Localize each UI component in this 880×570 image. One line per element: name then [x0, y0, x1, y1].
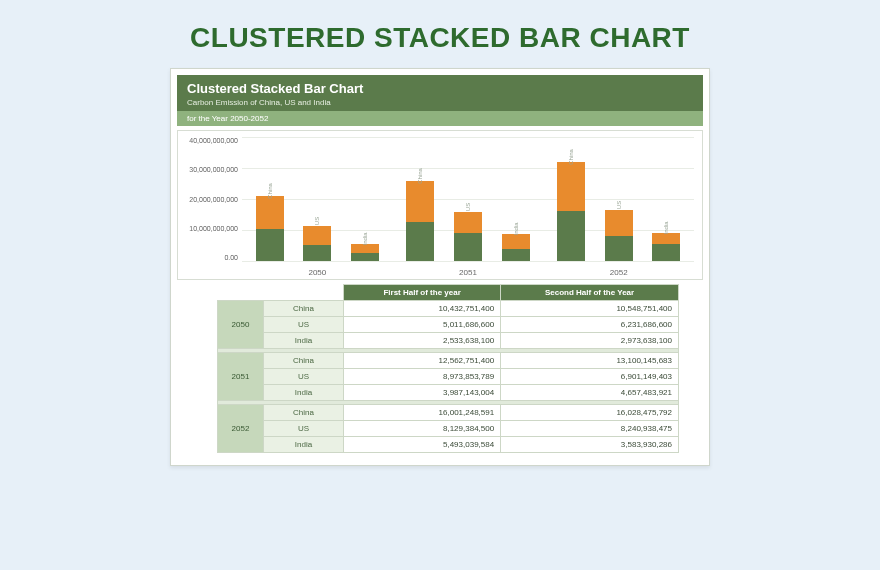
value-h2: 3,583,930,286 [501, 437, 679, 453]
x-tick: 2050 [242, 268, 393, 277]
bar-segment-h1 [351, 253, 379, 261]
table-row: India3,987,143,0044,657,483,921 [218, 385, 679, 401]
value-h1: 8,973,853,789 [344, 369, 501, 385]
country-cell: US [264, 421, 344, 437]
y-tick: 10,000,000,000 [182, 225, 238, 232]
bar-segment-h1 [605, 236, 633, 261]
value-h2: 8,240,938,475 [501, 421, 679, 437]
bar-segment-h2 [256, 196, 284, 229]
bar-label: US [616, 201, 622, 209]
bar-group-2051: ChinaUSIndia [393, 137, 544, 261]
bar-segment-h1 [406, 222, 434, 261]
value-h2: 10,548,751,400 [501, 301, 679, 317]
value-h2: 16,028,475,792 [501, 405, 679, 421]
bar-group-2050: ChinaUSIndia [242, 137, 393, 261]
value-h1: 16,001,248,591 [344, 405, 501, 421]
bar-label: US [314, 217, 320, 225]
chart-subtitle: Carbon Emission of China, US and India [187, 98, 693, 107]
bar-segment-h2 [557, 162, 585, 212]
bar-2052-us: US [605, 210, 633, 261]
bar-2050-india: India [351, 244, 379, 261]
bar-2051-china: China [406, 181, 434, 261]
value-h2: 2,973,638,100 [501, 333, 679, 349]
table-row: 2050China10,432,751,40010,548,751,400 [218, 301, 679, 317]
bar-2052-china: China [557, 162, 585, 261]
bar-segment-h2 [303, 226, 331, 245]
value-h1: 2,533,638,100 [344, 333, 501, 349]
y-tick: 30,000,000,000 [182, 166, 238, 173]
y-axis: 40,000,000,000 30,000,000,000 20,000,000… [182, 137, 238, 261]
data-table: First Half of the year Second Half of th… [177, 284, 703, 459]
chart-area: 40,000,000,000 30,000,000,000 20,000,000… [177, 130, 703, 280]
bar-segment-h2 [502, 234, 530, 248]
bar-label: China [417, 169, 423, 185]
value-h1: 5,493,039,584 [344, 437, 501, 453]
bar-segment-h1 [454, 233, 482, 261]
chart-year-band: for the Year 2050-2052 [177, 111, 703, 126]
bar-2050-us: US [303, 226, 331, 261]
x-tick: 2051 [393, 268, 544, 277]
bar-2051-india: India [502, 234, 530, 261]
col-header-h2: Second Half of the Year [501, 285, 679, 301]
country-cell: India [264, 333, 344, 349]
value-h1: 8,129,384,500 [344, 421, 501, 437]
country-cell: US [264, 369, 344, 385]
bar-label: China [267, 183, 273, 199]
value-h2: 6,231,686,600 [501, 317, 679, 333]
bar-2051-us: US [454, 212, 482, 261]
bar-group-2052: ChinaUSIndia [543, 137, 694, 261]
table-row: US8,973,853,7896,901,149,403 [218, 369, 679, 385]
chart-header: Clustered Stacked Bar Chart Carbon Emiss… [177, 75, 703, 111]
table-row: US8,129,384,5008,240,938,475 [218, 421, 679, 437]
country-cell: China [264, 405, 344, 421]
value-h1: 5,011,686,600 [344, 317, 501, 333]
bar-label: India [362, 232, 368, 245]
table-row: 2052China16,001,248,59116,028,475,792 [218, 405, 679, 421]
y-tick: 0.00 [182, 254, 238, 261]
value-h2: 4,657,483,921 [501, 385, 679, 401]
year-cell: 2052 [218, 405, 264, 453]
bar-label: India [513, 223, 519, 236]
y-tick: 20,000,000,000 [182, 196, 238, 203]
value-h1: 10,432,751,400 [344, 301, 501, 317]
table-row: 2051China12,562,751,40013,100,145,683 [218, 353, 679, 369]
bar-label: China [568, 149, 574, 165]
col-header-h1: First Half of the year [344, 285, 501, 301]
bar-label: India [663, 221, 669, 234]
country-cell: China [264, 353, 344, 369]
y-tick: 40,000,000,000 [182, 137, 238, 144]
value-h2: 6,901,149,403 [501, 369, 679, 385]
year-cell: 2051 [218, 353, 264, 401]
bar-label: US [465, 203, 471, 211]
country-cell: China [264, 301, 344, 317]
table-row: US5,011,686,6006,231,686,600 [218, 317, 679, 333]
table-row: India2,533,638,1002,973,638,100 [218, 333, 679, 349]
bar-2052-india: India [652, 233, 680, 261]
x-axis: 2050 2051 2052 [242, 268, 694, 277]
bar-segment-h2 [605, 210, 633, 236]
year-cell: 2050 [218, 301, 264, 349]
table-row: India5,493,039,5843,583,930,286 [218, 437, 679, 453]
country-cell: India [264, 385, 344, 401]
bar-segment-h2 [652, 233, 680, 244]
chart-title: Clustered Stacked Bar Chart [187, 81, 693, 96]
value-h1: 12,562,751,400 [344, 353, 501, 369]
bar-segment-h1 [652, 244, 680, 261]
bar-segment-h1 [303, 245, 331, 261]
country-cell: US [264, 317, 344, 333]
value-h1: 3,987,143,004 [344, 385, 501, 401]
spreadsheet-card: Clustered Stacked Bar Chart Carbon Emiss… [170, 68, 710, 466]
x-tick: 2052 [543, 268, 694, 277]
bar-segment-h1 [502, 249, 530, 261]
value-h2: 13,100,145,683 [501, 353, 679, 369]
bar-2050-china: China [256, 196, 284, 261]
bar-segment-h2 [406, 181, 434, 222]
plot-region: ChinaUSIndiaChinaUSIndiaChinaUSIndia [242, 137, 694, 261]
bar-segment-h1 [557, 211, 585, 261]
bar-segment-h1 [256, 229, 284, 261]
page-title: CLUSTERED STACKED BAR CHART [0, 0, 880, 68]
country-cell: India [264, 437, 344, 453]
bar-segment-h2 [454, 212, 482, 233]
